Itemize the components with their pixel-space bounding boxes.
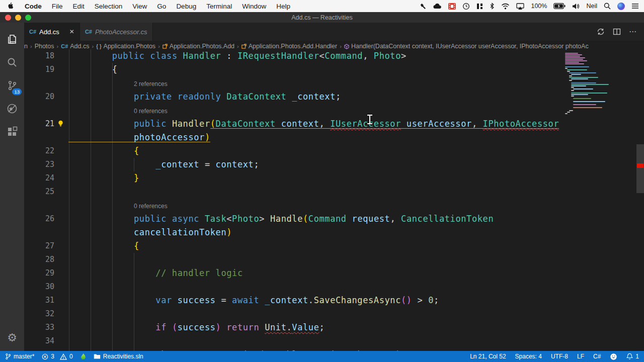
code-token: readonly [178, 92, 221, 102]
minimize-window-button[interactable] [15, 15, 21, 21]
menu-item-debug[interactable]: Debug [171, 3, 201, 10]
code-line-wrap[interactable]: photoAccessor) [24, 131, 644, 144]
siri-icon[interactable] [617, 3, 625, 10]
codelens-row[interactable]: 0 references [24, 104, 644, 117]
lightbulb-icon[interactable] [57, 120, 64, 127]
code-line-31[interactable]: 31 var success = await _context.SaveChan… [24, 294, 644, 307]
minimap-line [573, 88, 593, 89]
codelens-references[interactable]: 2 references [134, 80, 168, 90]
code-line-wrap[interactable]: cancellationToken) [24, 226, 644, 239]
menu-item-file[interactable]: File [47, 3, 68, 10]
gutter [54, 226, 68, 239]
menu-item-go[interactable]: Go [152, 3, 171, 10]
code-line-26[interactable]: 26 public async Task<Photo> Handle(Comma… [24, 212, 644, 226]
menu-item-window[interactable]: Window [237, 3, 271, 10]
tab-label: Add.cs [39, 28, 59, 36]
menu-item-view[interactable]: View [127, 3, 152, 10]
search-icon[interactable] [0, 51, 24, 74]
minimap[interactable] [586, 23, 636, 351]
notification-center-icon[interactable] [631, 3, 639, 9]
code-line-30[interactable]: 30 [24, 280, 644, 294]
code-line-19[interactable]: 19 { [24, 63, 644, 76]
code-line-29[interactable]: 29 // handler logic [24, 266, 644, 280]
menu-item-help[interactable]: Help [271, 3, 295, 10]
extensions-icon[interactable] [0, 120, 24, 143]
code-line-24[interactable]: 24 } [24, 171, 644, 185]
code-text: private readonly DataContext _context; [68, 90, 341, 104]
bluetooth-icon[interactable] [490, 3, 495, 10]
debug-icon[interactable] [0, 97, 24, 120]
menu-item-code[interactable]: Code [20, 3, 47, 10]
activity-bar: 13 ⚙ [0, 23, 24, 351]
code-token: CancellationToken [401, 214, 494, 224]
time-machine-icon[interactable] [462, 3, 470, 10]
code-token [68, 132, 134, 142]
solution-status[interactable]: Reactivities.sln [94, 353, 143, 360]
explorer-icon[interactable] [0, 28, 24, 51]
git-branch-status[interactable]: master* [5, 353, 34, 360]
video-app-icon[interactable] [448, 3, 456, 10]
breadcrumb-item[interactable]: Application.Photos.Add [163, 43, 234, 50]
breadcrumb-item[interactable]: Application.Photos.Add.Handler [242, 43, 338, 50]
code-editor[interactable]: 18 public class Handler : IRequestHandle… [24, 49, 644, 351]
code-token: < [226, 214, 232, 224]
code-line-33[interactable]: 33 if (success) return Unit.Value; [24, 321, 644, 334]
encoding-status[interactable]: UTF-8 [551, 353, 568, 360]
language-mode[interactable]: C# [593, 353, 601, 360]
tool-icon[interactable] [420, 3, 427, 10]
code-line-35[interactable]: 35 throw new Exception("Problem saving c… [24, 348, 644, 351]
code-token: ( [172, 322, 178, 332]
code-line-21[interactable]: 21 public Handler(DataContext context, I… [24, 117, 644, 131]
breadcrumb-item[interactable]: { }Application.Photos [96, 43, 155, 50]
spotlight-search-icon[interactable] [604, 3, 611, 10]
code-line-22[interactable]: 22 { [24, 144, 644, 158]
window-title-bar[interactable]: Add.cs — Reactivities [0, 12, 644, 23]
code-line-25[interactable]: 25 [24, 185, 644, 199]
zoom-window-button[interactable] [25, 15, 31, 21]
feedback-smiley-icon[interactable] [610, 353, 617, 360]
cursor-position[interactable]: Ln 21, Col 52 [470, 353, 506, 360]
breadcrumb-item[interactable]: Handler(DataContext context, IUserAccess… [344, 43, 589, 50]
scrollbar-thumb[interactable] [636, 144, 644, 193]
breadcrumb-item[interactable]: C#Add.cs [61, 43, 89, 50]
omnisharp-flame-icon[interactable] [80, 353, 86, 360]
menu-item-selection[interactable]: Selection [90, 3, 128, 10]
airplay-display-icon[interactable] [516, 3, 524, 10]
close-window-button[interactable] [5, 15, 11, 21]
cloud-icon[interactable] [433, 3, 442, 9]
menu-item-terminal[interactable]: Terminal [201, 3, 237, 10]
codelens-row[interactable]: 0 references [24, 199, 644, 212]
code-line-23[interactable]: 23 _context = context; [24, 158, 644, 171]
scrollbar[interactable] [636, 23, 644, 351]
dock-app-icon[interactable] [476, 3, 483, 10]
indentation-status[interactable]: Spaces: 4 [515, 353, 542, 360]
codelens-references[interactable]: 0 references [134, 203, 168, 212]
settings-gear-icon[interactable]: ⚙ [0, 331, 24, 344]
code-line-34[interactable]: 34 [24, 334, 644, 348]
eol-status[interactable]: LF [577, 353, 584, 360]
editor-group[interactable]: C# Add.cs ✕ C# PhotoAccessor.cs ⋯ n›Phot… [24, 23, 644, 351]
code-line-18[interactable]: 18 public class Handler : IRequestHandle… [24, 49, 644, 63]
code-line-20[interactable]: 20 private readonly DataContext _context… [24, 90, 644, 104]
user-name[interactable]: Neil [586, 3, 597, 10]
breadcrumb-item[interactable]: Photos [35, 43, 54, 50]
code-line-28[interactable]: 28 [24, 253, 644, 266]
apple-logo-icon[interactable] [5, 3, 20, 10]
code-line-27[interactable]: 27 { [24, 239, 644, 253]
close-tab-icon[interactable]: ✕ [69, 28, 74, 35]
code-token: Command [325, 51, 363, 61]
breadcrumb-item[interactable]: n [24, 43, 28, 50]
codelens-row[interactable]: 2 references [24, 76, 644, 90]
problems-status[interactable]: 3 0 [42, 353, 72, 360]
tab-add-cs[interactable]: C# Add.cs ✕ [24, 23, 80, 41]
notifications-status[interactable]: 1 [626, 353, 639, 360]
codelens-references[interactable]: 0 references [134, 108, 168, 117]
wifi-icon[interactable] [501, 3, 510, 10]
menu-item-edit[interactable]: Edit [68, 3, 90, 10]
code-line-32[interactable]: 32 [24, 307, 644, 321]
minimap-line [573, 101, 605, 102]
source-control-icon[interactable]: 13 [0, 74, 24, 97]
gutter [54, 185, 68, 199]
volume-icon[interactable] [572, 3, 580, 10]
tab-photoaccessor-cs[interactable]: C# PhotoAccessor.cs [80, 23, 153, 41]
